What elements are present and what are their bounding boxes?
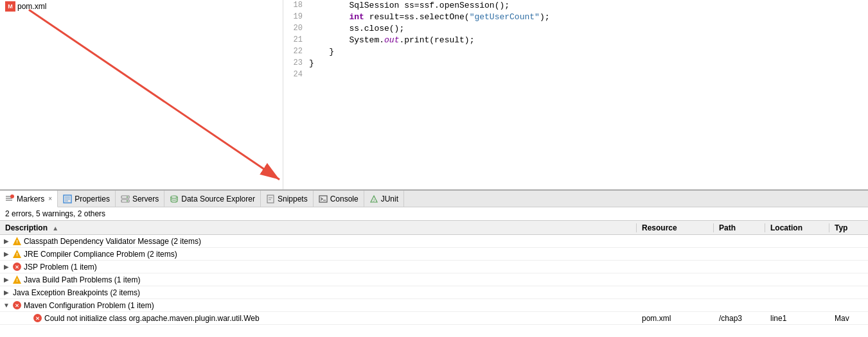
error-icon — [13, 263, 21, 271]
line-num-23: 23 — [283, 58, 309, 69]
code-editor: 18 SqlSession ss=ssf.openSession(); 19 i… — [283, 0, 868, 189]
svg-point-13 — [127, 200, 128, 202]
tab-servers-label: Servers — [132, 194, 159, 203]
tab-junit[interactable]: J JUnit — [364, 191, 404, 207]
bottom-panel: Markers × Properties Servers — [0, 189, 868, 337]
row-type: Mav — [829, 314, 868, 323]
pom-icon: M — [5, 1, 15, 12]
table-row[interactable]: ▶ Java Build Path Problems (1 item) — [0, 273, 868, 286]
expand-btn[interactable]: ▼ — [3, 302, 10, 309]
table-row[interactable]: Could not initialize class org.apache.ma… — [0, 312, 868, 325]
line-content-24 — [309, 69, 868, 81]
svg-rect-10 — [121, 196, 129, 198]
code-area: M pom.xml 18 SqlSession ss=ssf.openSessi… — [0, 0, 868, 189]
main-container: M pom.xml 18 SqlSession ss=ssf.openSessi… — [0, 0, 868, 337]
line-content-22: } — [309, 46, 868, 58]
col-header-path[interactable]: Path — [714, 223, 765, 232]
col-header-type[interactable]: Typ — [829, 223, 868, 232]
col-header-description[interactable]: Description ▲ — [0, 223, 637, 232]
expand-btn[interactable]: ▶ — [3, 238, 10, 245]
svg-point-12 — [127, 196, 128, 198]
pom-filename: pom.xml — [17, 2, 46, 11]
code-line-19: 19 int result=ss.selectOne("getUserCount… — [283, 12, 868, 23]
row-path: /chap3 — [714, 314, 765, 323]
tab-console[interactable]: Console — [314, 191, 364, 207]
col-header-location[interactable]: Location — [765, 223, 829, 232]
svg-rect-15 — [267, 195, 274, 203]
row-desc: ▶ Java Build Path Problems (1 item) — [0, 275, 637, 284]
tab-console-label: Console — [330, 194, 359, 203]
error-icon — [33, 314, 42, 322]
expand-btn[interactable]: ▶ — [3, 263, 10, 271]
tab-properties[interactable]: Properties — [58, 191, 116, 207]
junit-tab-icon: J — [369, 194, 378, 203]
warning-icon — [13, 275, 21, 284]
tab-servers[interactable]: Servers — [116, 191, 164, 207]
red-arrow — [0, 0, 283, 189]
row-desc: ▶ JSP Problem (1 item) — [0, 263, 637, 272]
code-line-21: 21 System.out.print(result); — [283, 35, 868, 46]
code-line-20: 20 ss.close(); — [283, 23, 868, 35]
code-line-22: 22 } — [283, 46, 868, 58]
tab-snippets-label: Snippets — [278, 194, 308, 203]
svg-point-14 — [171, 196, 177, 198]
table-header: Description ▲ Resource Path Location Typ — [0, 221, 868, 235]
snippets-tab-icon — [266, 194, 275, 203]
tab-markers[interactable]: Markers × — [0, 191, 58, 207]
table-row[interactable]: ▶ JRE Compiler Compliance Problem (2 ite… — [0, 248, 868, 261]
sort-indicator: ▲ — [52, 225, 58, 232]
line-content-23: } — [309, 58, 868, 69]
line-content-19: int result=ss.selectOne("getUserCount"); — [309, 12, 868, 23]
row-location: line1 — [765, 314, 829, 323]
code-line-18: 18 SqlSession ss=ssf.openSession(); — [283, 0, 868, 12]
line-num-22: 22 — [283, 46, 309, 58]
svg-line-1 — [29, 10, 279, 179]
row-desc: Could not initialize class org.apache.ma… — [0, 314, 637, 323]
error-icon — [13, 301, 21, 309]
markers-table: Description ▲ Resource Path Location Typ — [0, 221, 868, 337]
line-content-18: SqlSession ss=ssf.openSession(); — [309, 0, 868, 12]
line-content-20: ss.close(); — [309, 23, 868, 35]
col-header-resource[interactable]: Resource — [637, 223, 714, 232]
table-row[interactable]: ▶ JSP Problem (1 item) — [0, 261, 868, 273]
table-row[interactable]: ▼ Maven Configuration Problem (1 item) — [0, 299, 868, 312]
code-line-23: 23 } — [283, 58, 868, 69]
servers-tab-icon — [121, 194, 130, 203]
console-tab-icon — [319, 194, 328, 203]
line-num-19: 19 — [283, 12, 309, 23]
code-line-24: 24 — [283, 69, 868, 81]
tab-markers-label: Markers — [17, 194, 44, 203]
line-num-18: 18 — [283, 0, 309, 12]
left-panel: M pom.xml — [0, 0, 283, 189]
summary-bar: 2 errors, 5 warnings, 2 others — [0, 207, 868, 221]
line-content-21: System.out.print(result); — [309, 35, 868, 46]
table-row[interactable]: ▶ Java Exception Breakpoints (2 items) — [0, 286, 868, 299]
table-row[interactable]: ▶ Classpath Dependency Validator Message… — [0, 235, 868, 248]
row-desc: ▶ Classpath Dependency Validator Message… — [0, 237, 637, 246]
datasource-tab-icon — [170, 194, 179, 203]
properties-tab-icon — [63, 194, 72, 203]
tab-markers-close[interactable]: × — [48, 195, 52, 202]
warning-icon — [13, 237, 21, 245]
markers-tab-icon — [5, 194, 14, 203]
tab-junit-label: JUnit — [381, 194, 398, 203]
line-num-20: 20 — [283, 23, 309, 35]
svg-rect-4 — [6, 200, 12, 201]
row-resource: pom.xml — [637, 314, 714, 323]
expand-btn[interactable]: ▶ — [3, 276, 10, 284]
pom-label: M pom.xml — [5, 1, 46, 12]
tab-datasource-label: Data Source Explorer — [181, 194, 255, 203]
row-desc: ▼ Maven Configuration Problem (1 item) — [0, 301, 637, 310]
expand-btn[interactable]: ▶ — [3, 289, 10, 297]
tab-snippets[interactable]: Snippets — [261, 191, 314, 207]
tab-properties-label: Properties — [75, 194, 110, 203]
expand-btn[interactable]: ▶ — [3, 250, 10, 258]
line-num-24: 24 — [283, 69, 309, 81]
warning-icon — [13, 250, 21, 258]
tab-datasource[interactable]: Data Source Explorer — [164, 191, 261, 207]
row-desc: ▶ JRE Compiler Compliance Problem (2 ite… — [0, 250, 637, 259]
svg-point-5 — [10, 194, 14, 198]
svg-text:J: J — [373, 198, 375, 202]
summary-text: 2 errors, 5 warnings, 2 others — [5, 209, 105, 218]
svg-rect-11 — [121, 200, 129, 202]
